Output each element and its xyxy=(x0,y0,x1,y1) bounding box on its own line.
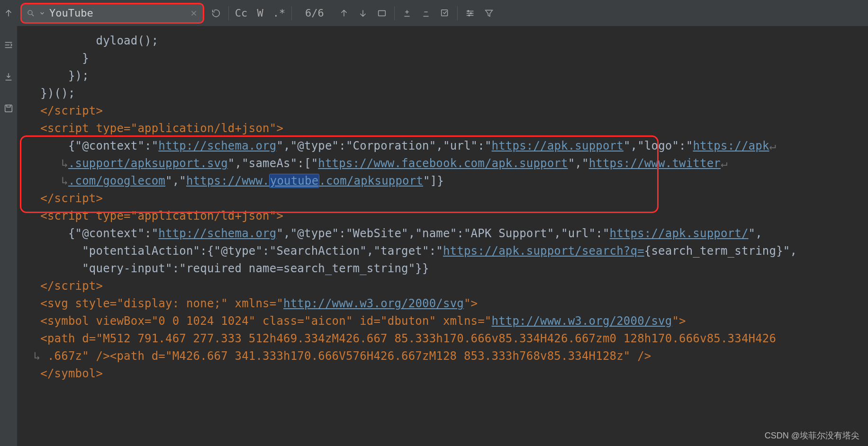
separator xyxy=(394,6,395,20)
match-count: 6/6 xyxy=(295,7,335,19)
hyperlink[interactable]: http://www.w3.org/2000/svg xyxy=(283,297,464,310)
search-field-wrap[interactable] xyxy=(22,4,203,23)
hyperlink[interactable]: https://www.facebook.com/apk.support xyxy=(318,157,568,170)
hyperlink[interactable]: http://schema.org xyxy=(158,227,276,240)
next-match-button[interactable] xyxy=(353,4,372,23)
code-line[interactable]: }); xyxy=(17,67,868,85)
code-line[interactable]: <symbol viewBox="0 0 1024 1024" class="a… xyxy=(17,312,868,330)
history-icon[interactable] xyxy=(207,4,226,23)
gutter-download-icon[interactable] xyxy=(0,67,18,86)
code-line[interactable]: })(); xyxy=(17,85,868,102)
code-line[interactable]: </script> xyxy=(17,190,868,207)
code-line[interactable]: {"@context":"http://schema.org","@type":… xyxy=(17,137,868,155)
code-line[interactable]: dyload(); xyxy=(17,32,868,50)
svg-point-4 xyxy=(468,10,469,12)
svg-point-6 xyxy=(469,15,470,16)
find-toolbar: Cc W .* 6/6 xyxy=(17,0,868,27)
code-line[interactable]: "query-input":"required name=search_term… xyxy=(17,260,868,277)
hyperlink[interactable]: https://www. xyxy=(186,174,270,187)
svg-rect-0 xyxy=(5,105,12,112)
match-case-button[interactable]: Cc xyxy=(232,4,251,23)
hyperlink[interactable]: https://apk xyxy=(693,139,769,152)
hyperlink[interactable]: https://apk.support/ xyxy=(610,227,749,240)
filter-icon[interactable] xyxy=(479,4,498,23)
select-all-button[interactable] xyxy=(372,4,391,23)
hyperlink[interactable]: .support/apksupport.svg xyxy=(68,157,228,170)
code-line[interactable]: <script type="application/ld+json"> xyxy=(17,207,868,225)
regex-button[interactable]: .* xyxy=(270,4,289,23)
whole-word-button[interactable]: W xyxy=(251,4,270,23)
remove-selection-button[interactable] xyxy=(416,4,435,23)
search-input[interactable] xyxy=(49,7,185,19)
code-line[interactable]: ↳.support/apksupport.svg","sameAs":["htt… xyxy=(17,155,868,172)
code-line[interactable]: <script type="application/ld+json"> xyxy=(17,120,868,137)
gutter xyxy=(0,0,17,446)
search-hit[interactable]: youtube xyxy=(270,174,319,187)
svg-point-1 xyxy=(28,10,32,15)
clear-icon[interactable] xyxy=(190,9,198,18)
code-line[interactable]: {"@context":"http://schema.org","@type":… xyxy=(17,225,868,242)
prev-match-button[interactable] xyxy=(335,4,353,23)
code-line[interactable]: } xyxy=(17,50,868,67)
select-all-occurrences-button[interactable] xyxy=(435,4,454,23)
gutter-indent-icon[interactable] xyxy=(0,36,18,54)
search-options-chevron-icon[interactable] xyxy=(40,11,45,16)
hyperlink[interactable]: https://apk.support/search?q= xyxy=(443,244,644,258)
hyperlink[interactable]: .com/googlecom xyxy=(68,174,165,187)
code-line[interactable]: <path d="M512 791.467 277.333 512h469.33… xyxy=(17,330,868,348)
search-icon xyxy=(27,9,35,18)
hyperlink[interactable]: http://www.w3.org/2000/svg xyxy=(492,314,672,328)
hyperlink[interactable]: https://www.twitter xyxy=(589,157,721,170)
settings-icon[interactable] xyxy=(461,4,479,23)
separator xyxy=(457,6,458,20)
code-line[interactable]: </symbol> xyxy=(17,365,868,383)
hyperlink[interactable]: https://apk.support xyxy=(492,139,624,152)
code-editor[interactable]: dyload(); } }); })(); </script> <script … xyxy=(17,27,868,446)
code-line[interactable]: ↳.com/googlecom","https://www.youtube.co… xyxy=(17,172,868,190)
separator xyxy=(228,6,229,20)
gutter-prev-icon[interactable] xyxy=(0,4,18,23)
code-line[interactable]: <svg style="display: none;" xmlns="http:… xyxy=(17,295,868,312)
watermark: CSDN @埃菲尔没有塔尖 xyxy=(765,430,859,441)
hyperlink[interactable]: http://schema.org xyxy=(158,139,276,152)
add-selection-button[interactable] xyxy=(398,4,416,23)
separator xyxy=(291,6,292,20)
svg-rect-3 xyxy=(441,9,447,16)
code-line[interactable]: </script> xyxy=(17,277,868,295)
svg-rect-2 xyxy=(378,10,385,16)
code-line[interactable]: "potentialAction":{"@type":"SearchAction… xyxy=(17,242,868,260)
code-line[interactable]: </script> xyxy=(17,102,868,120)
svg-point-5 xyxy=(470,12,471,14)
gutter-save-icon[interactable] xyxy=(0,99,18,118)
hyperlink[interactable]: .com/apksupport xyxy=(319,174,423,187)
code-line[interactable]: ↳ .667z" /><path d="M426.667 341.333h170… xyxy=(17,348,868,365)
